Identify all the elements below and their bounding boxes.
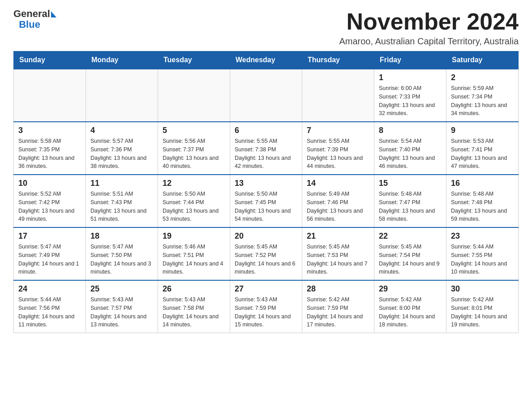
calendar-cell: 17Sunrise: 5:47 AMSunset: 7:49 PMDayligh… (14, 227, 86, 280)
calendar-cell: 21Sunrise: 5:45 AMSunset: 7:53 PMDayligh… (302, 227, 374, 280)
day-info: Sunrise: 5:49 AMSunset: 7:46 PMDaylight:… (307, 190, 369, 223)
logo-text-blue: Blue (13, 20, 40, 30)
calendar-cell: 10Sunrise: 5:52 AMSunset: 7:42 PMDayligh… (14, 175, 86, 227)
day-number: 9 (451, 126, 514, 135)
calendar-week-5: 24Sunrise: 5:44 AMSunset: 7:56 PMDayligh… (14, 280, 519, 333)
calendar-cell: 27Sunrise: 5:43 AMSunset: 7:59 PMDayligh… (230, 280, 302, 333)
day-info: Sunrise: 5:43 AMSunset: 7:59 PMDaylight:… (235, 295, 297, 329)
day-number: 17 (18, 231, 81, 241)
calendar-cell: 16Sunrise: 5:48 AMSunset: 7:48 PMDayligh… (446, 175, 519, 227)
calendar-week-1: 1Sunrise: 6:00 AMSunset: 7:33 PMDaylight… (14, 69, 519, 122)
day-info: Sunrise: 5:55 AMSunset: 7:39 PMDaylight:… (307, 137, 369, 171)
day-number: 10 (18, 179, 81, 188)
day-number: 12 (163, 179, 225, 188)
calendar-cell: 5Sunrise: 5:56 AMSunset: 7:37 PMDaylight… (158, 122, 230, 175)
calendar-header-wednesday: Wednesday (230, 51, 302, 69)
calendar-week-4: 17Sunrise: 5:47 AMSunset: 7:49 PMDayligh… (14, 227, 519, 280)
calendar-cell: 6Sunrise: 5:55 AMSunset: 7:38 PMDaylight… (230, 122, 302, 175)
calendar-header-thursday: Thursday (302, 51, 374, 69)
calendar-cell: 23Sunrise: 5:44 AMSunset: 7:55 PMDayligh… (446, 227, 519, 280)
day-number: 5 (163, 126, 225, 135)
calendar-cell: 25Sunrise: 5:43 AMSunset: 7:57 PMDayligh… (86, 280, 158, 333)
calendar-week-3: 10Sunrise: 5:52 AMSunset: 7:42 PMDayligh… (14, 175, 519, 227)
day-number: 14 (307, 179, 369, 188)
calendar-cell: 11Sunrise: 5:51 AMSunset: 7:43 PMDayligh… (86, 175, 158, 227)
day-info: Sunrise: 5:51 AMSunset: 7:43 PMDaylight:… (90, 190, 153, 223)
page-subtitle: Amaroo, Australian Capital Territory, Au… (339, 36, 519, 47)
day-number: 6 (235, 126, 297, 135)
calendar-cell: 14Sunrise: 5:49 AMSunset: 7:46 PMDayligh… (302, 175, 374, 227)
day-info: Sunrise: 5:43 AMSunset: 7:58 PMDaylight:… (163, 295, 225, 329)
day-number: 26 (163, 284, 225, 294)
logo-triangle-icon (51, 11, 56, 17)
day-info: Sunrise: 5:42 AMSunset: 7:59 PMDaylight:… (307, 295, 369, 329)
day-number: 18 (90, 231, 153, 241)
calendar-cell (14, 69, 86, 122)
day-info: Sunrise: 5:53 AMSunset: 7:41 PMDaylight:… (451, 137, 514, 171)
day-number: 15 (379, 179, 442, 188)
calendar-cell: 3Sunrise: 5:58 AMSunset: 7:35 PMDaylight… (14, 122, 86, 175)
calendar-cell: 20Sunrise: 5:45 AMSunset: 7:52 PMDayligh… (230, 227, 302, 280)
day-number: 8 (379, 126, 442, 135)
day-info: Sunrise: 5:59 AMSunset: 7:34 PMDaylight:… (451, 84, 514, 118)
calendar-cell: 29Sunrise: 5:42 AMSunset: 8:00 PMDayligh… (374, 280, 446, 333)
day-info: Sunrise: 5:42 AMSunset: 8:01 PMDaylight:… (451, 295, 514, 329)
day-info: Sunrise: 5:45 AMSunset: 7:53 PMDaylight:… (307, 243, 369, 276)
day-number: 30 (451, 284, 514, 294)
page-title: November 2024 (339, 9, 519, 34)
day-info: Sunrise: 5:47 AMSunset: 7:50 PMDaylight:… (90, 243, 153, 276)
day-number: 3 (18, 126, 81, 135)
day-info: Sunrise: 5:46 AMSunset: 7:51 PMDaylight:… (163, 243, 225, 276)
day-info: Sunrise: 5:50 AMSunset: 7:45 PMDaylight:… (235, 190, 297, 223)
calendar-cell: 15Sunrise: 5:48 AMSunset: 7:47 PMDayligh… (374, 175, 446, 227)
calendar-cell: 19Sunrise: 5:46 AMSunset: 7:51 PMDayligh… (158, 227, 230, 280)
calendar-cell: 30Sunrise: 5:42 AMSunset: 8:01 PMDayligh… (446, 280, 519, 333)
calendar-cell: 28Sunrise: 5:42 AMSunset: 7:59 PMDayligh… (302, 280, 374, 333)
calendar-header: SundayMondayTuesdayWednesdayThursdayFrid… (14, 51, 519, 69)
calendar-cell: 13Sunrise: 5:50 AMSunset: 7:45 PMDayligh… (230, 175, 302, 227)
day-number: 13 (235, 179, 297, 188)
day-info: Sunrise: 5:43 AMSunset: 7:57 PMDaylight:… (90, 295, 153, 329)
day-info: Sunrise: 5:45 AMSunset: 7:52 PMDaylight:… (235, 243, 297, 276)
day-number: 27 (235, 284, 297, 294)
day-number: 2 (451, 73, 514, 82)
calendar-cell: 18Sunrise: 5:47 AMSunset: 7:50 PMDayligh… (86, 227, 158, 280)
calendar-cell: 24Sunrise: 5:44 AMSunset: 7:56 PMDayligh… (14, 280, 86, 333)
calendar-header-friday: Friday (374, 51, 446, 69)
calendar-cell (158, 69, 230, 122)
day-info: Sunrise: 5:44 AMSunset: 7:55 PMDaylight:… (451, 243, 514, 276)
calendar-cell: 2Sunrise: 5:59 AMSunset: 7:34 PMDaylight… (446, 69, 519, 122)
day-number: 11 (90, 179, 153, 188)
calendar-cell: 4Sunrise: 5:57 AMSunset: 7:36 PMDaylight… (86, 122, 158, 175)
calendar-week-2: 3Sunrise: 5:58 AMSunset: 7:35 PMDaylight… (14, 122, 519, 175)
calendar-cell: 9Sunrise: 5:53 AMSunset: 7:41 PMDaylight… (446, 122, 519, 175)
calendar-cell (86, 69, 158, 122)
day-number: 28 (307, 284, 369, 294)
day-info: Sunrise: 5:47 AMSunset: 7:49 PMDaylight:… (18, 243, 81, 276)
day-info: Sunrise: 5:48 AMSunset: 7:47 PMDaylight:… (379, 190, 442, 223)
calendar-cell (230, 69, 302, 122)
day-info: Sunrise: 5:45 AMSunset: 7:54 PMDaylight:… (379, 243, 442, 276)
day-number: 19 (163, 231, 225, 241)
day-number: 23 (451, 231, 514, 241)
calendar-cell: 8Sunrise: 5:54 AMSunset: 7:40 PMDaylight… (374, 122, 446, 175)
day-info: Sunrise: 5:50 AMSunset: 7:44 PMDaylight:… (163, 190, 225, 223)
day-info: Sunrise: 5:55 AMSunset: 7:38 PMDaylight:… (235, 137, 297, 171)
day-number: 7 (307, 126, 369, 135)
day-number: 20 (235, 231, 297, 241)
day-info: Sunrise: 6:00 AMSunset: 7:33 PMDaylight:… (379, 84, 442, 118)
day-number: 21 (307, 231, 369, 241)
page-header: General Blue November 2024 Amaroo, Austr… (13, 9, 519, 47)
calendar-header-saturday: Saturday (446, 51, 519, 69)
day-info: Sunrise: 5:54 AMSunset: 7:40 PMDaylight:… (379, 137, 442, 171)
calendar-cell: 7Sunrise: 5:55 AMSunset: 7:39 PMDaylight… (302, 122, 374, 175)
calendar-cell: 1Sunrise: 6:00 AMSunset: 7:33 PMDaylight… (374, 69, 446, 122)
calendar-cell: 26Sunrise: 5:43 AMSunset: 7:58 PMDayligh… (158, 280, 230, 333)
day-info: Sunrise: 5:52 AMSunset: 7:42 PMDaylight:… (18, 190, 81, 223)
day-number: 4 (90, 126, 153, 135)
calendar-cell: 12Sunrise: 5:50 AMSunset: 7:44 PMDayligh… (158, 175, 230, 227)
day-number: 25 (90, 284, 153, 294)
logo-text-general: General (13, 9, 50, 19)
calendar-header-sunday: Sunday (14, 51, 86, 69)
calendar-table: SundayMondayTuesdayWednesdayThursdayFrid… (13, 51, 519, 333)
